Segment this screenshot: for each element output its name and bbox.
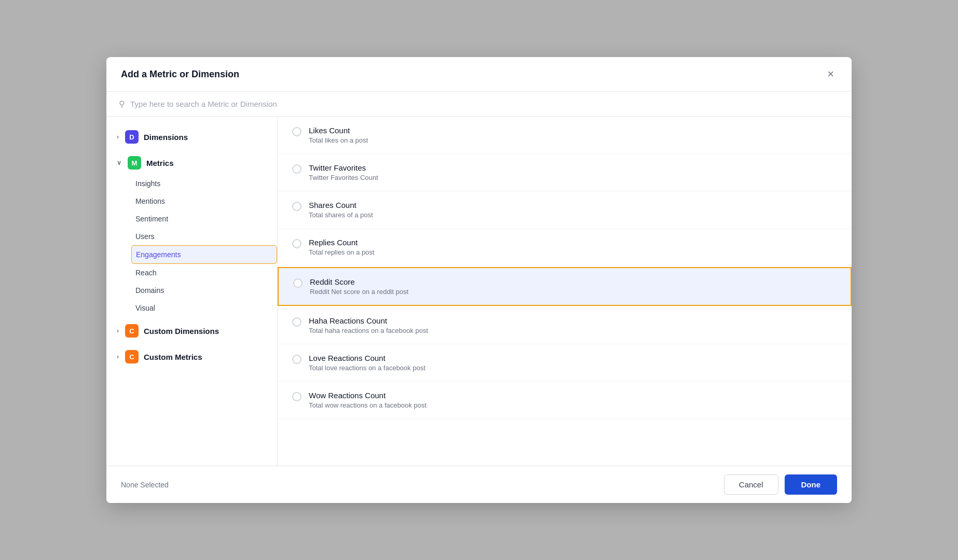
- search-bar: ⚲: [106, 92, 852, 117]
- cancel-button[interactable]: Cancel: [724, 474, 778, 495]
- modal-header: Add a Metric or Dimension ×: [106, 57, 852, 92]
- metric-item-haha-reactions-count[interactable]: Haha Reactions CountTotal haha reactions…: [278, 307, 852, 344]
- metric-item-twitter-favorites[interactable]: Twitter FavoritesTwitter Favorites Count: [278, 154, 852, 191]
- metric-item-love-reactions-count[interactable]: Love Reactions CountTotal love reactions…: [278, 344, 852, 382]
- sidebar-category-metrics-label: Metrics: [146, 159, 174, 167]
- sidebar-item-insights[interactable]: Insights: [135, 175, 277, 192]
- radio-twitter-favorites[interactable]: [292, 164, 302, 174]
- metric-name-wow-reactions-count: Wow Reactions Count: [309, 391, 427, 400]
- sidebar-category-dimensions-label: Dimensions: [144, 133, 188, 142]
- metric-text-reddit-score: Reddit ScoreReddit Net score on a reddit…: [310, 277, 408, 296]
- metric-text-love-reactions-count: Love Reactions CountTotal love reactions…: [309, 354, 426, 372]
- radio-haha-reactions-count[interactable]: [292, 317, 302, 327]
- sidebar-section-custom-metrics: › C Custom Metrics: [106, 345, 277, 369]
- metric-desc-likes-count: Total likes on a post: [309, 136, 368, 144]
- sidebar-category-metrics[interactable]: ∨ M Metrics: [106, 151, 277, 175]
- metric-text-wow-reactions-count: Wow Reactions CountTotal wow reactions o…: [309, 391, 427, 409]
- metric-desc-haha-reactions-count: Total haha reactions on a facebook post: [309, 327, 428, 334]
- radio-replies-count[interactable]: [292, 239, 302, 248]
- sidebar-item-users[interactable]: Users: [135, 228, 277, 245]
- sidebar-section-dimensions: › D Dimensions: [106, 125, 277, 149]
- radio-reddit-score[interactable]: [293, 278, 303, 288]
- sidebar-category-custom-metrics[interactable]: › C Custom Metrics: [106, 345, 277, 369]
- search-input[interactable]: [130, 100, 839, 108]
- metric-text-haha-reactions-count: Haha Reactions CountTotal haha reactions…: [309, 316, 428, 334]
- sidebar-item-domains[interactable]: Domains: [135, 282, 277, 299]
- metric-desc-love-reactions-count: Total love reactions on a facebook post: [309, 364, 426, 372]
- chevron-metrics-icon: ∨: [117, 159, 121, 166]
- metric-name-replies-count: Replies Count: [309, 238, 374, 247]
- badge-custom-dimensions: C: [125, 324, 139, 338]
- chevron-custom-dimensions-icon: ›: [117, 327, 119, 334]
- metric-name-shares-count: Shares Count: [309, 201, 373, 209]
- metric-desc-replies-count: Total replies on a post: [309, 248, 374, 256]
- sidebar-metrics-subitems: Insights Mentions Sentiment Users Engage…: [106, 175, 277, 317]
- close-button[interactable]: ×: [824, 67, 837, 81]
- search-icon: ⚲: [119, 99, 125, 109]
- footer-status: None Selected: [121, 481, 169, 489]
- metric-name-love-reactions-count: Love Reactions Count: [309, 354, 426, 362]
- modal-title: Add a Metric or Dimension: [121, 69, 239, 80]
- sidebar-item-reach[interactable]: Reach: [135, 264, 277, 282]
- radio-likes-count[interactable]: [292, 127, 302, 136]
- radio-wow-reactions-count[interactable]: [292, 392, 302, 401]
- sidebar-section-metrics: ∨ M Metrics Insights Mentions Sentiment …: [106, 151, 277, 317]
- sidebar-item-sentiment[interactable]: Sentiment: [135, 210, 277, 228]
- metric-desc-twitter-favorites: Twitter Favorites Count: [309, 174, 378, 181]
- done-button[interactable]: Done: [785, 474, 838, 495]
- metric-desc-wow-reactions-count: Total wow reactions on a facebook post: [309, 401, 427, 409]
- metric-item-replies-count[interactable]: Replies CountTotal replies on a post: [278, 229, 852, 266]
- metric-desc-shares-count: Total shares of a post: [309, 211, 373, 219]
- metric-text-replies-count: Replies CountTotal replies on a post: [309, 238, 374, 256]
- sidebar-item-visual[interactable]: Visual: [135, 299, 277, 317]
- badge-dimensions: D: [125, 130, 139, 144]
- sidebar-category-custom-dimensions-label: Custom Dimensions: [144, 327, 219, 335]
- metric-text-likes-count: Likes CountTotal likes on a post: [309, 126, 368, 144]
- modal-body: › D Dimensions ∨ M Metrics Insights Ment…: [106, 117, 852, 466]
- sidebar-item-engagements[interactable]: Engagements: [131, 245, 277, 264]
- metric-name-likes-count: Likes Count: [309, 126, 368, 135]
- sidebar-section-custom-dimensions: › C Custom Dimensions: [106, 319, 277, 343]
- chevron-custom-metrics-icon: ›: [117, 353, 119, 360]
- sidebar-category-custom-dimensions[interactable]: › C Custom Dimensions: [106, 319, 277, 343]
- metric-desc-reddit-score: Reddit Net score on a reddit post: [310, 288, 408, 296]
- metric-name-reddit-score: Reddit Score: [310, 277, 408, 286]
- metric-text-twitter-favorites: Twitter FavoritesTwitter Favorites Count: [309, 163, 378, 181]
- metric-item-wow-reactions-count[interactable]: Wow Reactions CountTotal wow reactions o…: [278, 382, 852, 419]
- sidebar-category-dimensions[interactable]: › D Dimensions: [106, 125, 277, 149]
- metric-item-shares-count[interactable]: Shares CountTotal shares of a post: [278, 191, 852, 229]
- metric-text-shares-count: Shares CountTotal shares of a post: [309, 201, 373, 219]
- sidebar: › D Dimensions ∨ M Metrics Insights Ment…: [106, 117, 278, 466]
- sidebar-item-mentions[interactable]: Mentions: [135, 192, 277, 210]
- metric-item-reddit-score[interactable]: Reddit ScoreReddit Net score on a reddit…: [278, 267, 852, 306]
- sidebar-category-custom-metrics-label: Custom Metrics: [144, 353, 202, 361]
- modal: Add a Metric or Dimension × ⚲ › D Dimens…: [106, 57, 852, 503]
- content-area: Likes CountTotal likes on a postTwitter …: [278, 117, 852, 466]
- chevron-dimensions-icon: ›: [117, 133, 119, 141]
- footer-buttons: Cancel Done: [724, 474, 837, 495]
- metric-item-likes-count[interactable]: Likes CountTotal likes on a post: [278, 117, 852, 154]
- modal-footer: None Selected Cancel Done: [106, 466, 852, 503]
- badge-metrics: M: [128, 156, 141, 170]
- radio-shares-count[interactable]: [292, 202, 302, 211]
- radio-love-reactions-count[interactable]: [292, 355, 302, 364]
- badge-custom-metrics: C: [125, 350, 139, 363]
- metric-name-haha-reactions-count: Haha Reactions Count: [309, 316, 428, 325]
- metric-name-twitter-favorites: Twitter Favorites: [309, 163, 378, 172]
